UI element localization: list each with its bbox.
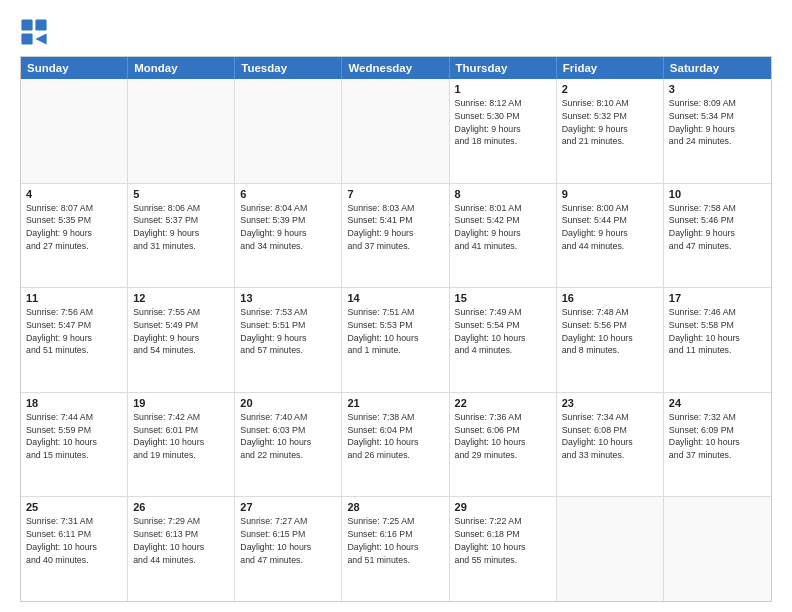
cal-header-friday: Friday — [557, 57, 664, 79]
day-info: Sunrise: 7:55 AM Sunset: 5:49 PM Dayligh… — [133, 306, 229, 357]
day-info: Sunrise: 7:49 AM Sunset: 5:54 PM Dayligh… — [455, 306, 551, 357]
day-info: Sunrise: 8:04 AM Sunset: 5:39 PM Dayligh… — [240, 202, 336, 253]
page: SundayMondayTuesdayWednesdayThursdayFrid… — [0, 0, 792, 612]
calendar: SundayMondayTuesdayWednesdayThursdayFrid… — [20, 56, 772, 602]
cal-day-5: 5Sunrise: 8:06 AM Sunset: 5:37 PM Daylig… — [128, 184, 235, 288]
cal-day-empty — [128, 79, 235, 183]
day-number: 25 — [26, 501, 122, 513]
day-info: Sunrise: 7:36 AM Sunset: 6:06 PM Dayligh… — [455, 411, 551, 462]
cal-week-4: 18Sunrise: 7:44 AM Sunset: 5:59 PM Dayli… — [21, 393, 771, 498]
cal-day-8: 8Sunrise: 8:01 AM Sunset: 5:42 PM Daylig… — [450, 184, 557, 288]
cal-day-18: 18Sunrise: 7:44 AM Sunset: 5:59 PM Dayli… — [21, 393, 128, 497]
cal-day-27: 27Sunrise: 7:27 AM Sunset: 6:15 PM Dayli… — [235, 497, 342, 601]
cal-day-22: 22Sunrise: 7:36 AM Sunset: 6:06 PM Dayli… — [450, 393, 557, 497]
day-number: 27 — [240, 501, 336, 513]
day-number: 2 — [562, 83, 658, 95]
day-number: 15 — [455, 292, 551, 304]
cal-header-thursday: Thursday — [450, 57, 557, 79]
day-info: Sunrise: 8:12 AM Sunset: 5:30 PM Dayligh… — [455, 97, 551, 148]
cal-day-9: 9Sunrise: 8:00 AM Sunset: 5:44 PM Daylig… — [557, 184, 664, 288]
cal-header-saturday: Saturday — [664, 57, 771, 79]
day-info: Sunrise: 7:58 AM Sunset: 5:46 PM Dayligh… — [669, 202, 766, 253]
day-number: 5 — [133, 188, 229, 200]
cal-day-13: 13Sunrise: 7:53 AM Sunset: 5:51 PM Dayli… — [235, 288, 342, 392]
day-number: 18 — [26, 397, 122, 409]
day-info: Sunrise: 7:48 AM Sunset: 5:56 PM Dayligh… — [562, 306, 658, 357]
calendar-body: 1Sunrise: 8:12 AM Sunset: 5:30 PM Daylig… — [21, 79, 771, 601]
cal-day-25: 25Sunrise: 7:31 AM Sunset: 6:11 PM Dayli… — [21, 497, 128, 601]
day-info: Sunrise: 8:09 AM Sunset: 5:34 PM Dayligh… — [669, 97, 766, 148]
cal-day-23: 23Sunrise: 7:34 AM Sunset: 6:08 PM Dayli… — [557, 393, 664, 497]
cal-day-14: 14Sunrise: 7:51 AM Sunset: 5:53 PM Dayli… — [342, 288, 449, 392]
day-info: Sunrise: 7:38 AM Sunset: 6:04 PM Dayligh… — [347, 411, 443, 462]
svg-rect-0 — [21, 19, 32, 30]
cal-week-5: 25Sunrise: 7:31 AM Sunset: 6:11 PM Dayli… — [21, 497, 771, 601]
cal-day-15: 15Sunrise: 7:49 AM Sunset: 5:54 PM Dayli… — [450, 288, 557, 392]
cal-day-12: 12Sunrise: 7:55 AM Sunset: 5:49 PM Dayli… — [128, 288, 235, 392]
cal-day-20: 20Sunrise: 7:40 AM Sunset: 6:03 PM Dayli… — [235, 393, 342, 497]
day-number: 20 — [240, 397, 336, 409]
cal-day-24: 24Sunrise: 7:32 AM Sunset: 6:09 PM Dayli… — [664, 393, 771, 497]
cal-day-6: 6Sunrise: 8:04 AM Sunset: 5:39 PM Daylig… — [235, 184, 342, 288]
day-info: Sunrise: 7:34 AM Sunset: 6:08 PM Dayligh… — [562, 411, 658, 462]
cal-day-10: 10Sunrise: 7:58 AM Sunset: 5:46 PM Dayli… — [664, 184, 771, 288]
day-number: 17 — [669, 292, 766, 304]
day-info: Sunrise: 8:01 AM Sunset: 5:42 PM Dayligh… — [455, 202, 551, 253]
cal-header-monday: Monday — [128, 57, 235, 79]
day-info: Sunrise: 7:25 AM Sunset: 6:16 PM Dayligh… — [347, 515, 443, 566]
day-info: Sunrise: 7:31 AM Sunset: 6:11 PM Dayligh… — [26, 515, 122, 566]
cal-day-empty — [664, 497, 771, 601]
cal-week-1: 1Sunrise: 8:12 AM Sunset: 5:30 PM Daylig… — [21, 79, 771, 184]
header — [20, 18, 772, 46]
day-info: Sunrise: 7:42 AM Sunset: 6:01 PM Dayligh… — [133, 411, 229, 462]
cal-header-sunday: Sunday — [21, 57, 128, 79]
day-number: 16 — [562, 292, 658, 304]
cal-day-21: 21Sunrise: 7:38 AM Sunset: 6:04 PM Dayli… — [342, 393, 449, 497]
logo-icon — [20, 18, 48, 46]
cal-day-19: 19Sunrise: 7:42 AM Sunset: 6:01 PM Dayli… — [128, 393, 235, 497]
day-info: Sunrise: 7:32 AM Sunset: 6:09 PM Dayligh… — [669, 411, 766, 462]
day-info: Sunrise: 7:51 AM Sunset: 5:53 PM Dayligh… — [347, 306, 443, 357]
day-info: Sunrise: 8:10 AM Sunset: 5:32 PM Dayligh… — [562, 97, 658, 148]
day-number: 21 — [347, 397, 443, 409]
day-number: 23 — [562, 397, 658, 409]
day-info: Sunrise: 8:03 AM Sunset: 5:41 PM Dayligh… — [347, 202, 443, 253]
cal-day-28: 28Sunrise: 7:25 AM Sunset: 6:16 PM Dayli… — [342, 497, 449, 601]
day-number: 13 — [240, 292, 336, 304]
cal-day-17: 17Sunrise: 7:46 AM Sunset: 5:58 PM Dayli… — [664, 288, 771, 392]
day-number: 24 — [669, 397, 766, 409]
day-info: Sunrise: 7:53 AM Sunset: 5:51 PM Dayligh… — [240, 306, 336, 357]
day-info: Sunrise: 8:00 AM Sunset: 5:44 PM Dayligh… — [562, 202, 658, 253]
svg-rect-1 — [35, 19, 46, 30]
cal-day-1: 1Sunrise: 8:12 AM Sunset: 5:30 PM Daylig… — [450, 79, 557, 183]
logo — [20, 18, 52, 46]
day-number: 4 — [26, 188, 122, 200]
day-number: 9 — [562, 188, 658, 200]
day-number: 14 — [347, 292, 443, 304]
cal-day-29: 29Sunrise: 7:22 AM Sunset: 6:18 PM Dayli… — [450, 497, 557, 601]
cal-header-wednesday: Wednesday — [342, 57, 449, 79]
cal-day-16: 16Sunrise: 7:48 AM Sunset: 5:56 PM Dayli… — [557, 288, 664, 392]
day-number: 8 — [455, 188, 551, 200]
day-number: 11 — [26, 292, 122, 304]
svg-marker-3 — [35, 33, 46, 44]
day-number: 29 — [455, 501, 551, 513]
day-info: Sunrise: 7:44 AM Sunset: 5:59 PM Dayligh… — [26, 411, 122, 462]
cal-day-11: 11Sunrise: 7:56 AM Sunset: 5:47 PM Dayli… — [21, 288, 128, 392]
cal-day-empty — [342, 79, 449, 183]
day-info: Sunrise: 8:06 AM Sunset: 5:37 PM Dayligh… — [133, 202, 229, 253]
day-info: Sunrise: 7:27 AM Sunset: 6:15 PM Dayligh… — [240, 515, 336, 566]
calendar-header-row: SundayMondayTuesdayWednesdayThursdayFrid… — [21, 57, 771, 79]
day-info: Sunrise: 7:29 AM Sunset: 6:13 PM Dayligh… — [133, 515, 229, 566]
day-number: 26 — [133, 501, 229, 513]
day-number: 10 — [669, 188, 766, 200]
cal-day-2: 2Sunrise: 8:10 AM Sunset: 5:32 PM Daylig… — [557, 79, 664, 183]
cal-day-4: 4Sunrise: 8:07 AM Sunset: 5:35 PM Daylig… — [21, 184, 128, 288]
day-number: 1 — [455, 83, 551, 95]
day-number: 12 — [133, 292, 229, 304]
day-number: 7 — [347, 188, 443, 200]
cal-day-empty — [21, 79, 128, 183]
cal-week-2: 4Sunrise: 8:07 AM Sunset: 5:35 PM Daylig… — [21, 184, 771, 289]
day-info: Sunrise: 7:22 AM Sunset: 6:18 PM Dayligh… — [455, 515, 551, 566]
day-number: 22 — [455, 397, 551, 409]
